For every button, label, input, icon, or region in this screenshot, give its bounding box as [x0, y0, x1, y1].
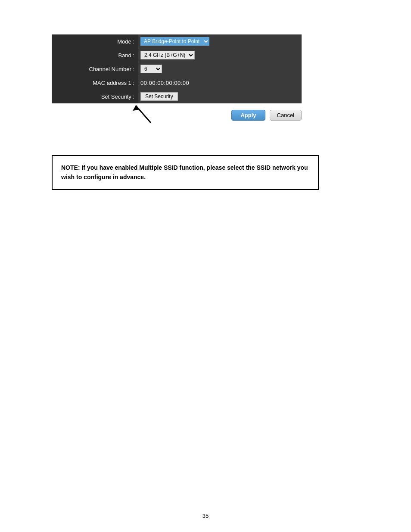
settings-table: Mode : AP Bridge-Point to Point Band : 2…: [52, 34, 302, 103]
mac-value-cell: 00:00:00:00:00:00: [138, 76, 302, 90]
apply-button[interactable]: Apply: [231, 110, 265, 121]
cancel-button[interactable]: Cancel: [270, 110, 302, 121]
band-label: Band :: [52, 48, 138, 62]
security-label: Set Security :: [52, 90, 138, 103]
note-text: NOTE: If you have enabled Multiple SSID …: [61, 163, 309, 182]
table-row-mac: MAC address 1 : 00:00:00:00:00:00: [52, 76, 302, 90]
table-row-channel: Channel Number : 6: [52, 62, 302, 76]
mac-address-text: 00:00:00:00:00:00: [140, 80, 189, 86]
channel-value-cell: 6: [138, 62, 302, 76]
table-row-security: Set Security : Set Security: [52, 90, 302, 103]
band-value-cell: 2.4 GHz (B+G+N): [138, 48, 302, 62]
table-row-mode: Mode : AP Bridge-Point to Point: [52, 34, 302, 48]
annotation-area: Apply Cancel: [52, 103, 302, 129]
band-select[interactable]: 2.4 GHz (B+G+N): [140, 51, 195, 59]
table-row-band: Band : 2.4 GHz (B+G+N): [52, 48, 302, 62]
note-box: NOTE: If you have enabled Multiple SSID …: [52, 155, 319, 190]
channel-label: Channel Number :: [52, 62, 138, 76]
page-container: Mode : AP Bridge-Point to Point Band : 2…: [0, 0, 411, 532]
svg-line-0: [136, 106, 151, 123]
mac-label: MAC address 1 :: [52, 76, 138, 90]
action-buttons-container: Apply Cancel: [231, 110, 302, 121]
set-security-button[interactable]: Set Security: [140, 92, 178, 101]
channel-select[interactable]: 6: [140, 65, 162, 73]
mode-label: Mode :: [52, 34, 138, 48]
mode-select[interactable]: AP Bridge-Point to Point: [140, 37, 209, 46]
page-number: 35: [202, 513, 209, 519]
mode-value-cell: AP Bridge-Point to Point: [138, 34, 302, 48]
arrow-annotation: [129, 101, 164, 125]
